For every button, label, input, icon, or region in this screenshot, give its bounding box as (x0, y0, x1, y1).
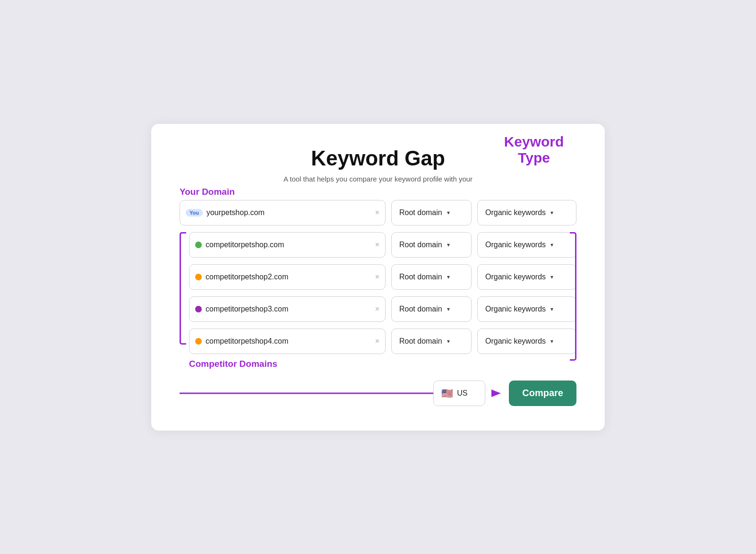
close-icon-1[interactable]: × (375, 241, 379, 249)
chevron-down-icon-your: ▾ (550, 209, 568, 216)
arrow-line (180, 392, 439, 394)
competitor-row-1: competitorpetshop.com × Root domain ▾ Or… (189, 232, 576, 258)
country-code: US (457, 389, 467, 398)
close-icon-4[interactable]: × (375, 337, 379, 346)
compare-button[interactable]: Compare (509, 381, 576, 406)
competitor-keyword-type-select-3[interactable]: Organic keywords ▾ (477, 296, 576, 322)
close-icon-3[interactable]: × (375, 305, 379, 313)
competitor-input-1[interactable]: competitorpetshop.com × (189, 232, 386, 258)
competitor-scope-select-1[interactable]: Root domain ▾ (391, 232, 472, 258)
page-subtitle: A tool that helps you compare your keywo… (180, 175, 576, 183)
your-domain-scope-select[interactable]: Root domain ▾ (391, 200, 472, 225)
competitor-row-3: competitorpetshop3.com × Root domain ▾ O… (189, 296, 576, 322)
competitor-domain-4: competitorpetshop4.com (206, 337, 369, 346)
dot-indicator-1 (195, 242, 202, 248)
svg-marker-0 (491, 390, 501, 397)
your-domain-text: yourpetshop.com (206, 208, 369, 217)
close-icon-2[interactable]: × (375, 273, 379, 281)
chevron-down-icon-4: ▾ (447, 338, 464, 345)
competitor-row-2: competitorpetshop2.com × Root domain ▾ O… (189, 264, 576, 290)
dot-indicator-3 (195, 306, 202, 312)
competitor-domain-2: competitorpetshop2.com (206, 273, 369, 281)
competitor-keyword-type-select-1[interactable]: Organic keywords ▾ (477, 232, 576, 258)
dot-indicator-4 (195, 338, 202, 345)
competitor-keyword-type-select-4[interactable]: Organic keywords ▾ (477, 329, 576, 354)
competitor-domain-1: competitorpetshop.com (206, 241, 369, 249)
main-card: Keyword Gap A tool that helps you compar… (151, 124, 605, 431)
us-flag-icon: 🇺🇸 (441, 388, 453, 399)
competitor-domain-3: competitorpetshop3.com (206, 305, 369, 313)
competitor-section: competitorpetshop.com × Root domain ▾ Or… (180, 232, 576, 369)
your-domain-input[interactable]: You yourpetshop.com × (180, 200, 386, 225)
competitor-scope-select-2[interactable]: Root domain ▾ (391, 264, 472, 290)
competitor-bracket (180, 232, 186, 345)
dot-indicator-2 (195, 274, 202, 280)
chevron-down-icon-2: ▾ (447, 274, 464, 280)
chevron-down-icon-kw-1: ▾ (550, 242, 568, 248)
competitor-input-2[interactable]: competitorpetshop2.com × (189, 264, 386, 290)
competitor-input-4[interactable]: competitorpetshop4.com × (189, 329, 386, 354)
your-domain-label: Your Domain (180, 187, 235, 197)
competitor-keyword-type-select-2[interactable]: Organic keywords ▾ (477, 264, 576, 290)
arrow-right-icon (485, 381, 509, 406)
your-domain-row: You yourpetshop.com × Root domain ▾ Orga… (180, 200, 576, 225)
competitor-domains-label: Competitor Domains (189, 359, 576, 369)
country-select[interactable]: 🇺🇸 US (433, 381, 485, 406)
chevron-down-icon-kw-2: ▾ (550, 274, 568, 280)
chevron-down-icon-3: ▾ (447, 306, 464, 312)
keyword-type-bracket (570, 232, 576, 361)
you-badge: You (186, 209, 203, 216)
competitor-input-3[interactable]: competitorpetshop3.com × (189, 296, 386, 322)
competitor-row-4: competitorpetshop4.com × Root domain ▾ O… (189, 329, 576, 354)
competitor-scope-select-4[interactable]: Root domain ▾ (391, 329, 472, 354)
chevron-down-icon-1: ▾ (447, 242, 464, 248)
your-domain-keyword-type-select[interactable]: Organic keywords ▾ (477, 200, 576, 225)
chevron-down-icon-kw-3: ▾ (550, 306, 568, 312)
competitors-container: competitorpetshop.com × Root domain ▾ Or… (189, 232, 576, 354)
close-icon-your-domain[interactable]: × (375, 208, 379, 217)
competitor-scope-select-3[interactable]: Root domain ▾ (391, 296, 472, 322)
keyword-type-annotation: KeywordType (487, 134, 581, 166)
bottom-row: 🇺🇸 US Compare (180, 381, 576, 406)
chevron-down-icon-kw-4: ▾ (550, 338, 568, 345)
chevron-down-icon: ▾ (447, 209, 464, 216)
